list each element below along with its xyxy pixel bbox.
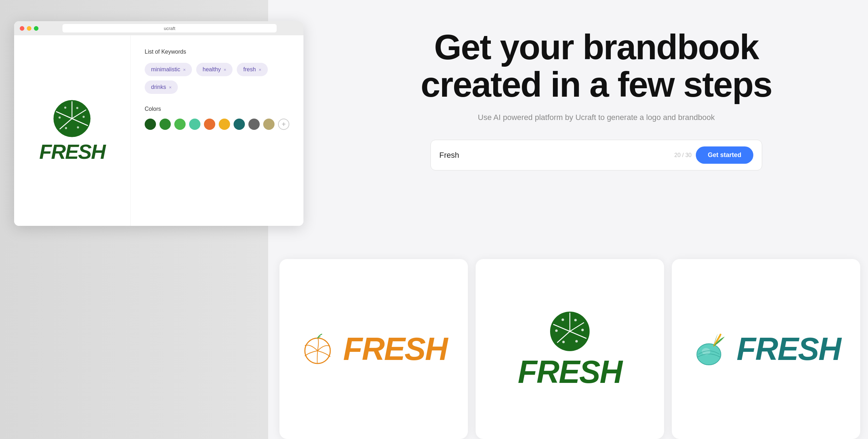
browser-body: FRESH List of Keywords minimalistic × he… (14, 35, 303, 226)
logo-card-teal[interactable]: FRESH (672, 259, 860, 439)
hero-headline-line1: Get your brandbook (434, 27, 759, 67)
svg-point-11 (59, 116, 61, 119)
svg-point-21 (581, 329, 584, 331)
maximize-win-icon[interactable] (34, 26, 38, 31)
brand-name-input[interactable] (439, 151, 670, 160)
brand-name-input-row: 20 / 30 Get started (430, 140, 762, 170)
keyword-tags-list: minimalistic × healthy × fresh × (145, 63, 289, 94)
green-pie-icon (549, 310, 591, 353)
swatch-khaki[interactable] (263, 119, 275, 130)
svg-point-24 (555, 330, 558, 332)
orange-logo-inner: FRESH (300, 331, 447, 367)
tag-drinks[interactable]: drinks × (145, 80, 178, 94)
citrus-logo-icon (53, 99, 91, 138)
svg-point-8 (83, 116, 85, 118)
logo-display: FRESH (39, 99, 105, 162)
swatch-orange[interactable] (204, 119, 215, 130)
tag-drinks-remove[interactable]: × (169, 85, 172, 90)
logo-card-green[interactable]: FRESH (476, 259, 664, 439)
teal-logo-inner: FRESH (691, 330, 840, 368)
swatch-gray[interactable] (248, 119, 260, 130)
browser-titlebar: ucraft (14, 21, 303, 35)
green-fresh-wordmark: FRESH (518, 356, 622, 388)
tag-minimalistic-remove[interactable]: × (183, 67, 186, 72)
hero-section: Get your brandbook created in a few step… (353, 28, 840, 195)
colors-section-label: Colors (145, 106, 289, 112)
minimize-win-icon[interactable] (27, 26, 31, 31)
swatch-light-green[interactable] (174, 119, 186, 130)
url-text: ucraft (164, 26, 175, 31)
keywords-section-label: List of Keywords (145, 49, 289, 55)
svg-line-29 (719, 335, 721, 337)
logo-card-orange[interactable]: FRESH (279, 259, 468, 439)
main-logo-wordmark: FRESH (39, 142, 105, 162)
close-win-icon[interactable] (20, 26, 24, 31)
win-controls (20, 26, 38, 31)
tag-fresh-remove[interactable]: × (259, 67, 261, 72)
swatch-green[interactable] (159, 119, 171, 130)
svg-point-20 (574, 319, 577, 321)
page-wrapper: ucraft (0, 0, 868, 439)
hero-headline-line2: created in a few steps (421, 65, 772, 104)
browser-window: ucraft (14, 21, 303, 226)
swatch-yellow[interactable] (219, 119, 230, 130)
hero-headline: Get your brandbook created in a few step… (353, 28, 840, 103)
swatch-teal[interactable] (234, 119, 245, 130)
teal-fresh-wordmark: FRESH (736, 333, 840, 365)
url-bar[interactable]: ucraft (62, 24, 277, 32)
swatch-dark-green[interactable] (145, 119, 156, 130)
tag-minimalistic[interactable]: minimalistic × (145, 63, 192, 76)
tag-fresh-label: fresh (243, 66, 256, 73)
logo-preview-panel: FRESH (14, 35, 131, 226)
coconut-icon (691, 330, 730, 368)
svg-point-7 (76, 107, 78, 109)
svg-point-9 (77, 126, 79, 128)
tag-minimalistic-label: minimalistic (151, 66, 180, 73)
logo-cards-section: FRESH (272, 259, 868, 439)
color-swatches-row: + (145, 119, 289, 130)
svg-point-10 (65, 127, 67, 129)
hero-subtitle: Use AI powered platform by Ucraft to gen… (353, 113, 840, 122)
keywords-panel: List of Keywords minimalistic × healthy … (131, 35, 303, 226)
svg-point-12 (64, 107, 66, 109)
tag-fresh[interactable]: fresh × (237, 63, 267, 76)
green-logo-inner: FRESH (518, 310, 622, 388)
tag-drinks-label: drinks (151, 84, 166, 90)
char-count-label: 20 / 30 (674, 152, 692, 158)
orange-fruit-icon (300, 331, 335, 367)
tag-healthy-label: healthy (203, 66, 221, 73)
tag-healthy[interactable]: healthy × (196, 63, 233, 76)
svg-point-23 (562, 341, 565, 343)
get-started-button[interactable]: Get started (696, 146, 753, 164)
svg-point-25 (562, 319, 564, 321)
swatch-teal-green[interactable] (189, 119, 200, 130)
tag-healthy-remove[interactable]: × (224, 67, 227, 72)
svg-point-22 (575, 340, 578, 343)
orange-fresh-wordmark: FRESH (343, 333, 447, 365)
swatch-add-button[interactable]: + (278, 119, 289, 130)
